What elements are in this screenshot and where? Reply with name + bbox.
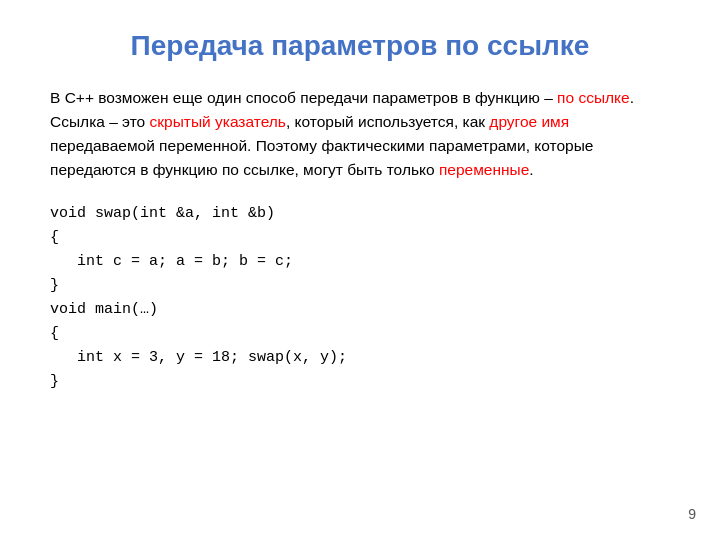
- code-line-3: int c = a; a = b; b = c;: [50, 250, 670, 274]
- highlight-peremennye: переменные: [439, 161, 529, 178]
- slide: Передача параметров по ссылке В С++ возм…: [0, 0, 720, 540]
- slide-title: Передача параметров по ссылке: [50, 30, 670, 62]
- highlight-po-ssylke: по ссылке: [557, 89, 630, 106]
- code-line-1: void swap(int &a, int &b): [50, 202, 670, 226]
- code-line-7: int x = 3, y = 18; swap(x, y);: [50, 346, 670, 370]
- page-number: 9: [688, 506, 696, 522]
- code-line-5: void main(…): [50, 298, 670, 322]
- code-line-8: }: [50, 370, 670, 394]
- code-line-4: }: [50, 274, 670, 298]
- code-line-2: {: [50, 226, 670, 250]
- body-paragraph: В С++ возможен еще один способ передачи …: [50, 86, 670, 182]
- code-line-6: {: [50, 322, 670, 346]
- code-block: void swap(int &a, int &b) { int c = a; a…: [50, 202, 670, 394]
- highlight-skrytyi: скрытый указатель: [150, 113, 286, 130]
- highlight-drugoe: другое имя: [489, 113, 569, 130]
